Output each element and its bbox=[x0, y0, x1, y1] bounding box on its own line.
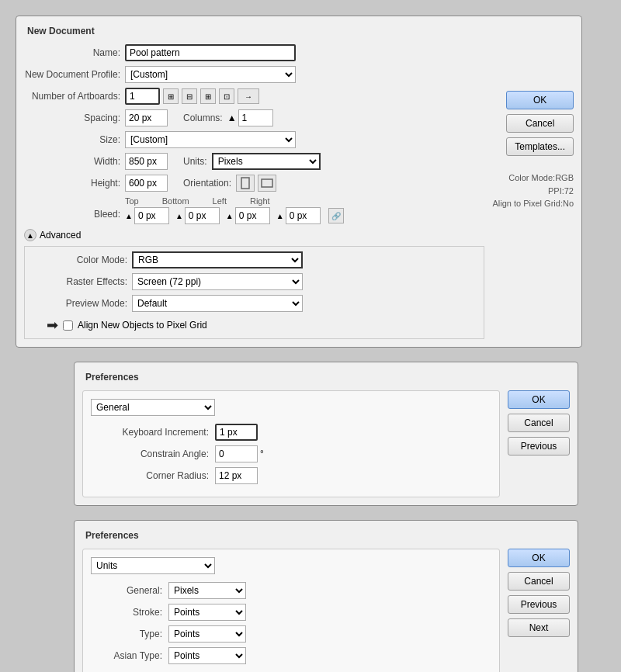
landscape-btn[interactable] bbox=[258, 175, 276, 192]
bleed-label: Bleed: bbox=[24, 196, 125, 220]
new-document-dialog: New Document Name: New Document Profile:… bbox=[16, 16, 582, 348]
size-select[interactable]: [Custom] bbox=[125, 131, 296, 148]
advanced-label: Advanced bbox=[40, 230, 81, 241]
artboard-arrow-btn[interactable]: → bbox=[238, 88, 259, 104]
spacing-label: Spacing: bbox=[24, 113, 125, 123]
artboard-grid-btn1[interactable]: ⊞ bbox=[163, 88, 179, 104]
width-input[interactable] bbox=[125, 153, 168, 170]
profile-select[interactable]: [Custom] bbox=[125, 66, 296, 83]
units-select[interactable]: Pixels Inches Centimeters bbox=[212, 153, 321, 170]
width-label: Width: bbox=[24, 156, 125, 167]
ppi-info: PPI:72 bbox=[492, 185, 574, 198]
collapse-icon[interactable]: ▲ bbox=[24, 229, 36, 241]
pref2-cancel-button[interactable]: Cancel bbox=[508, 572, 570, 591]
height-input[interactable] bbox=[125, 175, 168, 192]
artboard-grid-btn3[interactable]: ⊞ bbox=[200, 88, 216, 104]
units-general-label: General: bbox=[91, 585, 168, 596]
units-general-select[interactable]: Pixels Points Inches bbox=[168, 582, 246, 599]
arrow-indicator: ➡ bbox=[47, 317, 58, 334]
units-stroke-label: Stroke: bbox=[91, 607, 168, 618]
pref1-cancel-button[interactable]: Cancel bbox=[508, 414, 570, 432]
svg-rect-0 bbox=[241, 178, 249, 189]
orientation-label: Orientation: bbox=[183, 178, 231, 189]
cancel-button[interactable]: Cancel bbox=[506, 114, 574, 133]
raster-select[interactable]: Screen (72 ppi) Medium (150 ppi) High (3… bbox=[132, 273, 303, 290]
keyboard-label: Keyboard Increment: bbox=[91, 427, 215, 438]
align-label: Align New Objects to Pixel Grid bbox=[78, 320, 207, 331]
units-label: Units: bbox=[183, 156, 207, 167]
units-category-select[interactable]: Units bbox=[91, 557, 215, 574]
align-checkbox[interactable] bbox=[63, 320, 73, 331]
ok-button[interactable]: OK bbox=[506, 91, 574, 109]
spacing-input[interactable] bbox=[125, 109, 168, 126]
bleed-link-btn[interactable]: 🔗 bbox=[328, 208, 344, 223]
preview-mode-label: Preview Mode: bbox=[31, 298, 132, 309]
pref2-ok-button[interactable]: OK bbox=[508, 549, 570, 567]
size-label: Size: bbox=[24, 134, 125, 145]
bleed-top-label: Top bbox=[125, 196, 139, 206]
bleed-top-input[interactable] bbox=[134, 207, 169, 224]
align-info: Align to Pixel Grid:No bbox=[492, 197, 574, 210]
pref1-ok-button[interactable]: OK bbox=[508, 390, 570, 409]
columns-label: Columns: bbox=[183, 113, 223, 123]
height-label: Height: bbox=[24, 178, 125, 189]
artboard-grid-btn2[interactable]: ⊟ bbox=[182, 88, 197, 104]
units-type-select[interactable]: Points Pixels Inches bbox=[168, 625, 246, 643]
corner-input[interactable] bbox=[215, 467, 258, 484]
bleed-left-label: Left bbox=[213, 196, 227, 206]
artboards-label: Number of Artboards: bbox=[24, 91, 125, 102]
bleed-left-input[interactable] bbox=[235, 207, 270, 224]
color-info: Color Mode:RGB bbox=[492, 171, 574, 185]
preferences-units-title: Preferences bbox=[82, 528, 570, 542]
corner-label: Corner Radius: bbox=[91, 470, 215, 481]
bleed-right-input[interactable] bbox=[286, 207, 321, 224]
pref2-next-button[interactable]: Next bbox=[508, 618, 570, 637]
preferences-units-dialog: Preferences Units General: Pixels Points… bbox=[74, 520, 578, 672]
profile-label: New Document Profile: bbox=[24, 69, 125, 80]
preferences-general-dialog: Preferences General Keyboard Increment: … bbox=[74, 362, 578, 506]
pref2-previous-button[interactable]: Previous bbox=[508, 595, 570, 614]
units-asian-select[interactable]: Points Pixels Inches bbox=[168, 647, 246, 664]
units-type-label: Type: bbox=[91, 629, 168, 639]
constrain-label: Constrain Angle: bbox=[91, 449, 215, 459]
columns-input[interactable] bbox=[238, 109, 273, 126]
advanced-header[interactable]: ▲ Advanced bbox=[24, 229, 484, 241]
units-asian-label: Asian Type: bbox=[91, 650, 168, 661]
artboard-grid-btn4[interactable]: ⊡ bbox=[219, 88, 234, 104]
artboards-input[interactable] bbox=[125, 88, 160, 105]
bleed-bottom-label: Bottom bbox=[162, 196, 189, 206]
color-mode-select[interactable]: RGB CMYK bbox=[132, 251, 303, 268]
name-label: Name: bbox=[24, 47, 125, 58]
bleed-bottom-input[interactable] bbox=[185, 207, 220, 224]
constrain-input[interactable] bbox=[215, 445, 258, 462]
name-input[interactable] bbox=[125, 44, 296, 61]
units-stroke-select[interactable]: Points Pixels Inches bbox=[168, 604, 246, 621]
new-document-title: New Document bbox=[24, 24, 574, 38]
pref1-previous-button[interactable]: Previous bbox=[508, 437, 570, 456]
raster-label: Raster Effects: bbox=[31, 276, 132, 287]
general-category-select[interactable]: General bbox=[91, 399, 215, 416]
preview-mode-select[interactable]: Default Pixel Overprint bbox=[132, 295, 303, 312]
bleed-right-label: Right bbox=[250, 196, 270, 206]
preferences-general-title: Preferences bbox=[82, 370, 570, 384]
svg-rect-1 bbox=[262, 179, 272, 187]
degree-symbol: ° bbox=[260, 449, 264, 459]
portrait-btn[interactable] bbox=[236, 175, 255, 192]
color-mode-label: Color Mode: bbox=[31, 255, 132, 265]
templates-button[interactable]: Templates... bbox=[506, 137, 574, 156]
keyboard-input[interactable] bbox=[215, 424, 258, 441]
